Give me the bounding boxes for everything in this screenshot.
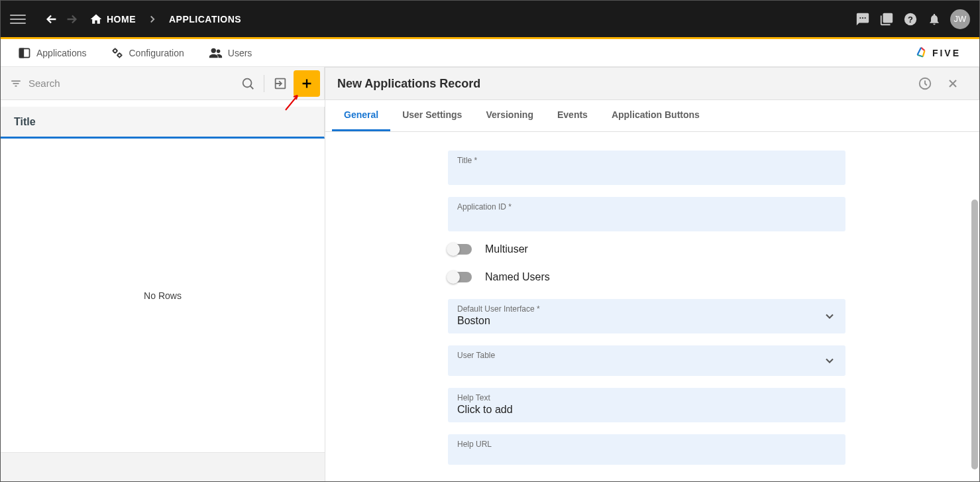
subnav-applications[interactable]: Applications xyxy=(6,39,99,66)
multiuser-label: Multiuser xyxy=(485,243,528,255)
help-text-label: Help Text xyxy=(457,393,836,402)
application-id-field[interactable]: Application ID * xyxy=(448,197,845,231)
default-ui-value: Boston xyxy=(457,315,490,326)
tab-events-label: Events xyxy=(557,109,588,120)
sidebar: Title No Rows xyxy=(1,67,325,482)
default-ui-label: Default User Interface * xyxy=(457,304,836,314)
sub-nav: Applications Configuration Users FIVE xyxy=(1,39,979,67)
named-users-row: Named Users xyxy=(448,271,845,283)
svg-point-5 xyxy=(117,53,121,56)
filter-icon[interactable] xyxy=(10,78,22,90)
avatar-initials: JW xyxy=(954,14,967,24)
chevron-down-icon xyxy=(823,310,836,323)
brand-logo: FIVE xyxy=(914,46,974,60)
tabs: General User Settings Versioning Events … xyxy=(325,100,979,132)
help-text-field[interactable]: Help Text Click to add xyxy=(448,388,845,422)
title-field[interactable]: Title * xyxy=(448,151,845,185)
breadcrumb-home-label: HOME xyxy=(107,14,136,25)
search-input[interactable] xyxy=(28,78,235,89)
history-icon[interactable] xyxy=(911,70,939,97)
help-url-field[interactable]: Help URL xyxy=(448,434,845,465)
tab-versioning-label: Versioning xyxy=(486,109,533,120)
library-icon[interactable] xyxy=(875,7,898,31)
avatar[interactable]: JW xyxy=(950,9,970,29)
column-header-title[interactable]: Title xyxy=(1,107,325,139)
svg-rect-3 xyxy=(20,48,24,57)
top-bar: HOME APPLICATIONS ? JW xyxy=(1,1,979,37)
tab-versioning[interactable]: Versioning xyxy=(474,100,545,131)
scrollbar[interactable] xyxy=(971,200,978,469)
help-text-value: Click to add xyxy=(457,404,513,415)
tab-user-settings-label: User Settings xyxy=(402,109,462,120)
sidebar-footer xyxy=(1,452,325,482)
bell-icon[interactable] xyxy=(922,7,946,31)
svg-point-8 xyxy=(243,78,252,87)
tab-application-buttons[interactable]: Application Buttons xyxy=(600,100,712,131)
multiuser-row: Multiuser xyxy=(448,243,845,255)
search-icon[interactable] xyxy=(235,76,261,91)
forward-button xyxy=(62,9,82,29)
empty-state-label: No Rows xyxy=(144,290,182,301)
column-header-label: Title xyxy=(14,116,36,128)
form-area: Title * Application ID * Multiuser Named… xyxy=(325,132,979,482)
record-header: New Applications Record xyxy=(325,67,979,100)
svg-point-7 xyxy=(217,49,221,53)
svg-text:?: ? xyxy=(908,14,913,24)
menu-icon[interactable] xyxy=(10,11,26,27)
main-area: Title No Rows New Applications Record Ge… xyxy=(1,67,979,482)
user-table-field[interactable]: User Table xyxy=(448,345,845,376)
home-icon[interactable]: HOME xyxy=(89,13,136,26)
breadcrumb: HOME APPLICATIONS xyxy=(89,13,241,26)
tab-application-buttons-label: Application Buttons xyxy=(612,109,700,120)
chevron-down-icon xyxy=(823,354,836,367)
close-icon[interactable] xyxy=(939,70,967,97)
import-icon[interactable] xyxy=(267,76,294,91)
chevron-right-icon xyxy=(146,13,158,25)
named-users-toggle[interactable] xyxy=(448,272,472,282)
chat-icon[interactable] xyxy=(851,7,875,31)
tab-general[interactable]: General xyxy=(332,100,390,131)
content: New Applications Record General User Set… xyxy=(325,67,979,482)
tab-general-label: General xyxy=(344,109,378,120)
back-button[interactable] xyxy=(42,9,62,29)
tab-user-settings[interactable]: User Settings xyxy=(390,100,474,131)
breadcrumb-current-label[interactable]: APPLICATIONS xyxy=(169,14,241,25)
record-title: New Applications Record xyxy=(337,77,480,91)
subnav-configuration[interactable]: Configuration xyxy=(99,39,196,66)
tab-events[interactable]: Events xyxy=(545,100,600,131)
subnav-users-label: Users xyxy=(228,48,252,58)
subnav-configuration-label: Configuration xyxy=(129,48,184,58)
application-id-label: Application ID * xyxy=(457,202,836,211)
subnav-applications-label: Applications xyxy=(36,48,87,58)
add-button[interactable] xyxy=(294,70,320,97)
user-table-label: User Table xyxy=(457,351,836,360)
brand-label: FIVE xyxy=(932,48,961,58)
divider xyxy=(264,75,264,92)
sidebar-search xyxy=(1,67,325,100)
subnav-users[interactable]: Users xyxy=(196,39,264,66)
svg-point-4 xyxy=(113,49,117,52)
multiuser-toggle[interactable] xyxy=(448,244,472,255)
empty-state: No Rows xyxy=(1,139,325,452)
named-users-label: Named Users xyxy=(485,271,550,283)
title-label: Title * xyxy=(457,156,836,165)
help-icon[interactable]: ? xyxy=(898,7,922,31)
svg-point-6 xyxy=(211,48,215,52)
default-ui-field[interactable]: Default User Interface * Boston xyxy=(448,299,845,333)
help-url-label: Help URL xyxy=(457,440,836,449)
